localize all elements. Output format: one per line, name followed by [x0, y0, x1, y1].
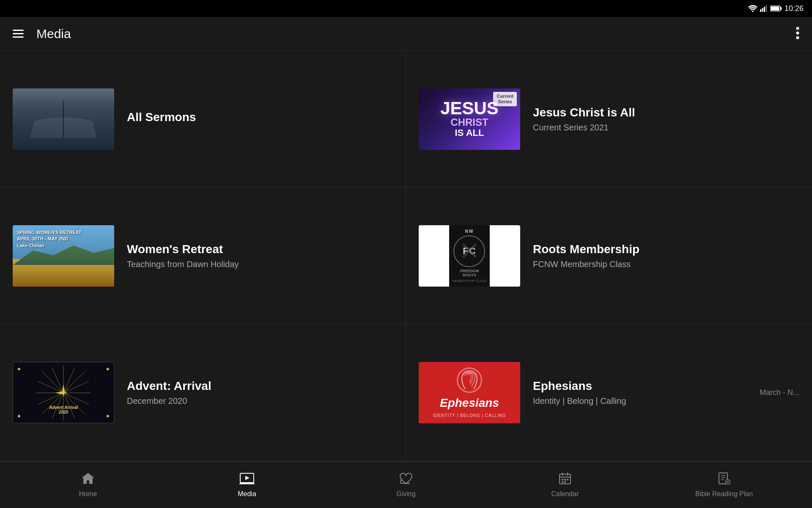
nav-item-bible-reading-plan[interactable]: Bible Reading Plan [645, 472, 804, 498]
item-title-advent: Advent: Arrival [127, 379, 393, 393]
grid-item-jesus-christ-is-all[interactable]: CurrentSeries JESUS CHRIST IS ALL Jesus … [406, 51, 812, 188]
svg-point-8 [796, 27, 799, 30]
thumbnail-ephesians: Ephesians IDENTITY | BELONG | CALLING [419, 362, 520, 423]
svg-line-26 [63, 367, 75, 393]
svg-point-10 [796, 36, 799, 39]
svg-rect-40 [567, 479, 568, 480]
calendar-icon [559, 472, 571, 488]
item-title-ephesians: Ephesians [533, 379, 626, 393]
svg-rect-39 [564, 479, 566, 480]
item-text-jesus: Jesus Christ is All Current Series 2021 [533, 106, 799, 133]
item-subtitle-jesus: Current Series 2021 [533, 123, 799, 133]
item-text-advent: Advent: Arrival December 2020 [127, 379, 393, 406]
svg-rect-6 [780, 7, 782, 10]
item-text-all-sermons: All Sermons [127, 110, 393, 127]
grid-item-advent-arrival[interactable]: ✦ ✦ ✦ ✦ [0, 325, 406, 461]
svg-line-19 [52, 367, 63, 393]
bottom-nav: Home Media Giving [0, 461, 812, 508]
nav-label-media: Media [238, 490, 256, 498]
giving-icon [399, 472, 413, 488]
advent-thumbnail-text: Advent Arrival2020 [49, 405, 78, 414]
item-date-ephesians: March - N... [760, 388, 799, 397]
status-bar: 10:26 [0, 0, 812, 17]
media-icon [239, 472, 255, 488]
advent-corner-tl: ✦ [16, 366, 22, 373]
more-options-button[interactable] [796, 27, 799, 41]
item-title-womens: Women's Retreat [127, 243, 393, 256]
item-subtitle-roots: FCNW Membership Class [533, 260, 799, 269]
advent-corner-br: ✦ [105, 413, 110, 420]
hamburger-menu-button[interactable] [13, 30, 24, 38]
advent-corner-tr: ✦ [105, 366, 110, 373]
bible-reading-plan-icon [718, 472, 730, 488]
item-title-roots: Roots Membership [533, 243, 799, 256]
svg-rect-3 [764, 7, 765, 12]
nav-label-home: Home [79, 490, 97, 498]
svg-rect-4 [765, 5, 767, 12]
svg-rect-33 [239, 483, 255, 484]
thumbnail-all-sermons [13, 88, 114, 150]
svg-rect-2 [762, 8, 763, 12]
item-subtitle-ephesians: Identity | Belong | Calling [533, 396, 626, 406]
svg-point-0 [752, 11, 754, 12]
grid-item-roots-membership[interactable]: NW FC ✕ FREEDOMROOTS MEMBERSHIP CLASS Ro… [406, 188, 812, 324]
nav-item-giving[interactable]: Giving [326, 472, 486, 498]
item-text-ephesians: Ephesians Identity | Belong | Calling Ma… [533, 379, 799, 406]
home-icon [81, 472, 95, 488]
jesus-thumbnail-text: JESUS CHRIST IS ALL [440, 99, 499, 138]
ephesians-title: Ephesians [440, 396, 499, 410]
nav-item-home[interactable]: Home [8, 472, 167, 498]
thumbnail-womens: SPRING WOMEN'S RETREAT APRIL 30TH - MAY … [13, 225, 114, 287]
svg-rect-38 [562, 479, 563, 480]
advent-corner-bl: ✦ [16, 413, 22, 420]
nav-label-giving: Giving [396, 490, 415, 498]
svg-marker-32 [245, 476, 250, 480]
app-bar: Media [0, 17, 812, 51]
grid-container: All Sermons CurrentSeries JESUS CHRIST I… [0, 51, 812, 461]
svg-rect-1 [760, 9, 761, 12]
status-icons: 10:26 [748, 4, 804, 13]
signal-icon [760, 5, 768, 12]
svg-rect-7 [771, 7, 779, 11]
ephesians-sub: IDENTITY | BELONG | CALLING [433, 413, 506, 418]
thumbnail-jesus: CurrentSeries JESUS CHRIST IS ALL [419, 88, 520, 150]
item-title-jesus: Jesus Christ is All [533, 106, 799, 119]
wifi-icon [748, 5, 757, 12]
nav-label-bible-reading-plan: Bible Reading Plan [695, 490, 753, 498]
svg-line-24 [63, 393, 89, 404]
item-title-all-sermons: All Sermons [127, 110, 393, 124]
nav-label-calendar: Calendar [551, 490, 579, 498]
thumbnail-roots: NW FC ✕ FREEDOMROOTS MEMBERSHIP CLASS [419, 225, 520, 287]
item-text-womens: Women's Retreat Teachings from Dawn Holi… [127, 243, 393, 269]
thumbnail-advent: ✦ ✦ ✦ ✦ [13, 362, 114, 423]
grid-item-ephesians[interactable]: Ephesians IDENTITY | BELONG | CALLING Ep… [406, 325, 812, 461]
ephesians-fingerprint [457, 367, 482, 393]
status-time: 10:26 [785, 4, 804, 13]
page-title: Media [36, 27, 783, 41]
svg-line-23 [38, 381, 63, 393]
media-grid: All Sermons CurrentSeries JESUS CHRIST I… [0, 51, 812, 461]
grid-item-all-sermons[interactable]: All Sermons [0, 51, 406, 188]
item-subtitle-advent: December 2020 [127, 396, 393, 406]
item-subtitle-womens: Teachings from Dawn Holiday [127, 260, 393, 269]
svg-line-21 [63, 381, 89, 393]
svg-rect-42 [564, 481, 566, 483]
grid-item-womens-retreat[interactable]: SPRING WOMEN'S RETREAT APRIL 30TH - MAY … [0, 188, 406, 324]
item-text-roots: Roots Membership FCNW Membership Class [533, 243, 799, 269]
svg-point-9 [796, 31, 799, 34]
womens-thumbnail-text: SPRING WOMEN'S RETREAT APRIL 30TH - MAY … [17, 229, 82, 249]
bible-image [13, 88, 114, 150]
nav-item-media[interactable]: Media [167, 472, 326, 498]
battery-icon [770, 5, 782, 12]
svg-rect-41 [562, 481, 563, 483]
nav-item-calendar[interactable]: Calendar [486, 472, 645, 498]
svg-line-22 [38, 393, 63, 404]
